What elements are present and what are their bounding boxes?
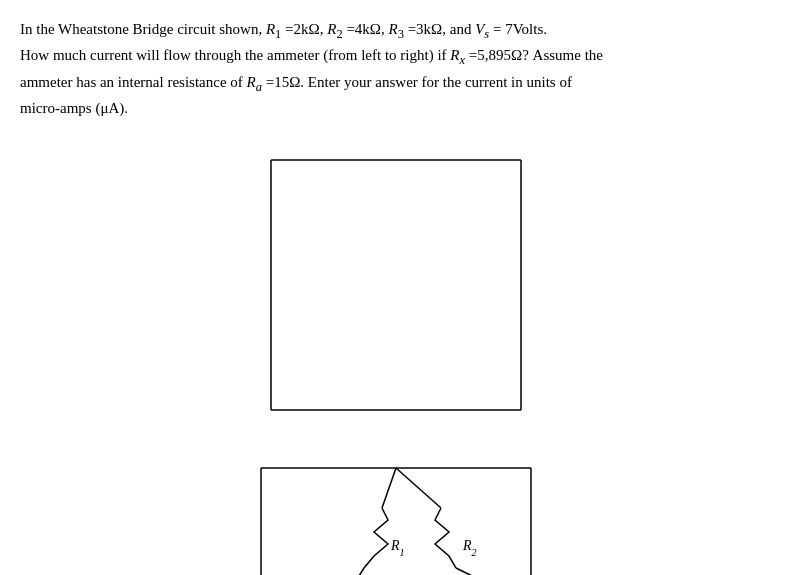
svg-line-13 bbox=[341, 568, 364, 575]
svg-line-12 bbox=[382, 468, 396, 508]
problem-line2: How much current will flow through the a… bbox=[20, 47, 603, 63]
svg-line-15 bbox=[456, 568, 531, 575]
problem-text: In the Wheatstone Bridge circuit shown, … bbox=[20, 18, 781, 120]
circuit-clean bbox=[185, 130, 615, 450]
svg-line-14 bbox=[396, 468, 441, 508]
problem-line4: micro-amps (μA). bbox=[20, 100, 128, 116]
wheatstone-bridge: + − Vs R1 R2 R3 Rx Ra bbox=[186, 440, 616, 575]
problem-line3: ammeter has an internal resistance of Ra… bbox=[20, 74, 572, 90]
circuit-diagram bbox=[20, 130, 781, 460]
svg-text:R1: R1 bbox=[390, 538, 405, 558]
problem-line1: In the Wheatstone Bridge circuit shown, … bbox=[20, 21, 547, 37]
svg-text:R2: R2 bbox=[462, 538, 477, 558]
